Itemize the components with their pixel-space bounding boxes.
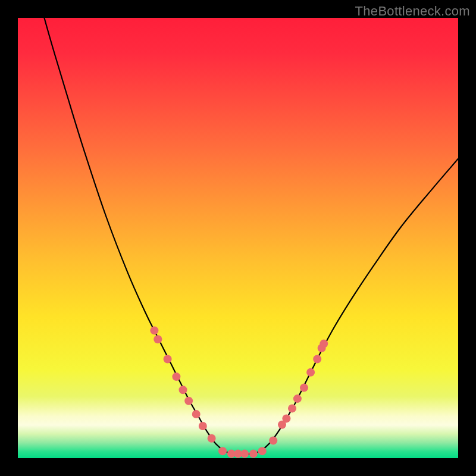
data-marker [178,386,187,394]
data-markers [18,18,458,458]
watermark-text: TheBottleneck.com [355,4,470,19]
data-marker [293,394,302,403]
data-marker [208,434,216,443]
data-marker [199,422,207,430]
plot-frame [18,18,458,458]
data-marker [150,326,158,334]
data-marker [218,447,227,455]
data-marker [258,447,267,455]
chart-container: TheBottleneck.com [0,0,476,476]
plot-area [18,18,458,458]
data-marker [269,436,277,444]
data-marker [154,335,162,343]
data-marker [288,404,296,412]
data-marker [172,372,180,381]
data-marker [313,355,321,363]
data-marker [249,450,258,458]
data-marker [300,384,308,392]
data-marker [192,410,201,418]
data-marker [320,340,328,348]
data-marker [306,368,315,377]
data-marker [184,397,193,405]
data-marker [240,450,249,458]
data-marker [164,355,172,363]
data-marker [282,414,290,422]
